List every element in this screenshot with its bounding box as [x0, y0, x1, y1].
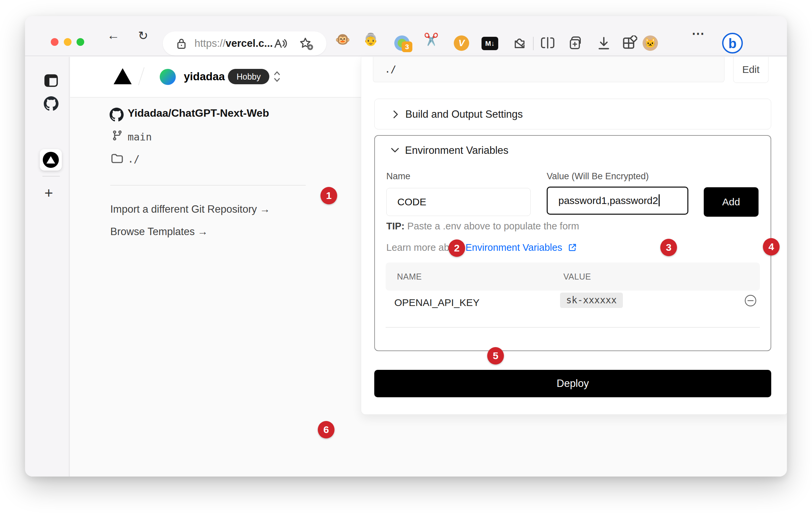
read-aloud-icon[interactable] [274, 37, 287, 50]
tip-text: TIP: Paste a .env above to populate the … [386, 221, 579, 232]
extensions-puzzle-icon[interactable] [512, 35, 527, 50]
env-row-name: OPENAI_API_KEY [394, 297, 479, 308]
configure-project-card: ./ Edit Build and Output Settings Enviro… [361, 57, 787, 415]
build-output-settings-title: Build and Output Settings [405, 108, 523, 120]
sidebar-divider [42, 176, 60, 177]
browser-toolbar: ← ↻ https://vercel.c... 🐵 👵 [25, 16, 787, 56]
team-switcher-icon[interactable] [273, 69, 281, 84]
tampermonkey-extension-icon[interactable]: 🐵 [335, 32, 350, 47]
github-tab-icon[interactable] [44, 96, 58, 111]
markdown-extension-icon[interactable]: M↓ [481, 37, 498, 50]
new-tab-button[interactable]: + [44, 185, 53, 201]
url-text: https://vercel.c... [194, 32, 273, 55]
browser-tab-sidebar: + [25, 57, 70, 476]
import-different-repo-link[interactable]: Import a different Git Repository → [110, 203, 270, 215]
elder-extension-icon[interactable]: 👵 [363, 32, 378, 47]
text-cursor [659, 194, 660, 206]
extension-count-badge: 3 [402, 41, 412, 52]
annotation-marker-1: 1 [320, 187, 337, 204]
value-label: Value (Will Be Encrypted) [547, 171, 649, 182]
browse-templates-link[interactable]: Browse Templates → [110, 226, 208, 238]
chevron-down-icon[interactable] [390, 146, 400, 155]
team-name[interactable]: yidadaa [184, 70, 225, 83]
row-divider [385, 327, 760, 328]
root-directory: ./ [128, 153, 140, 165]
add-favorite-icon[interactable] [299, 37, 314, 51]
scissors-extension-icon[interactable]: ✂️ [424, 32, 439, 47]
browser-window: ← ↻ https://vercel.c... 🐵 👵 [25, 16, 787, 476]
annotation-marker-4: 4 [763, 238, 779, 255]
bing-chat-icon[interactable]: b [722, 33, 743, 54]
tab-panel-icon[interactable] [44, 74, 58, 88]
panel-divider [110, 185, 306, 185]
environment-variables-link[interactable]: Environment Variables [466, 242, 562, 253]
value-column-header: VALUE [563, 263, 591, 291]
environment-variables-section: Environment Variables Name Value (Will B… [374, 135, 771, 351]
annotation-marker-6: 6 [318, 421, 335, 438]
vercel-tab-active[interactable] [40, 149, 62, 170]
plan-badge: Hobby [228, 69, 269, 84]
download-icon[interactable] [597, 36, 611, 50]
split-screen-icon[interactable] [540, 36, 555, 50]
browser-apps-icon[interactable] [622, 35, 637, 51]
branch-name: main [128, 131, 152, 143]
minimize-window-button[interactable] [64, 38, 72, 46]
vercel-favicon [43, 152, 59, 168]
chevron-right-icon [391, 109, 400, 120]
toolbar-divider [533, 37, 534, 50]
github-repo-icon [110, 108, 124, 122]
reload-icon[interactable]: ↻ [138, 29, 148, 43]
edit-root-directory-button[interactable]: Edit [733, 57, 769, 83]
counter-extension-icon[interactable]: 3 [394, 35, 410, 51]
build-output-settings-section[interactable]: Build and Output Settings [374, 98, 771, 129]
deploy-button[interactable]: Deploy [374, 370, 771, 397]
name-label: Name [386, 171, 410, 182]
lock-icon [176, 38, 187, 50]
back-icon[interactable]: ← [107, 28, 120, 42]
name-column-header: NAME [397, 263, 422, 291]
annotation-marker-3: 3 [660, 239, 677, 256]
env-name-input[interactable]: CODE [386, 188, 531, 216]
remove-env-variable-icon[interactable] [744, 294, 757, 307]
add-env-variable-button[interactable]: Add [704, 187, 758, 217]
repo-name: Yidadaa/ChatGPT-Next-Web [128, 107, 269, 120]
settings-more-icon[interactable]: ⋯ [692, 26, 705, 41]
environment-variables-title: Environment Variables [405, 144, 509, 157]
env-row-value: sk-xxxxxx [560, 293, 623, 308]
env-table-header: NAME VALUE [385, 263, 760, 291]
team-avatar[interactable] [160, 69, 176, 85]
vimium-extension-icon[interactable]: V [454, 35, 469, 51]
address-bar[interactable]: https://vercel.c... [163, 32, 326, 55]
zoom-window-button[interactable] [77, 38, 84, 46]
learn-more-text: Learn more about Environment Variables [386, 242, 577, 253]
external-link-icon [568, 243, 577, 252]
close-window-button[interactable] [51, 38, 58, 46]
env-value-input[interactable]: password1,password2 [547, 186, 688, 215]
profile-avatar[interactable]: 🐱 [643, 35, 658, 51]
vercel-page: yidadaa Hobby Feedback Help 1 Yidadaa/Ch… [70, 57, 787, 476]
folder-icon [111, 153, 123, 164]
git-branch-icon [112, 130, 123, 141]
root-directory-input[interactable]: ./ [373, 57, 724, 82]
annotation-marker-5: 5 [487, 347, 504, 364]
collections-icon[interactable] [568, 35, 584, 51]
vercel-logo-icon[interactable] [114, 68, 132, 84]
breadcrumb-slash [138, 67, 144, 85]
annotation-marker-2: 2 [449, 239, 465, 257]
